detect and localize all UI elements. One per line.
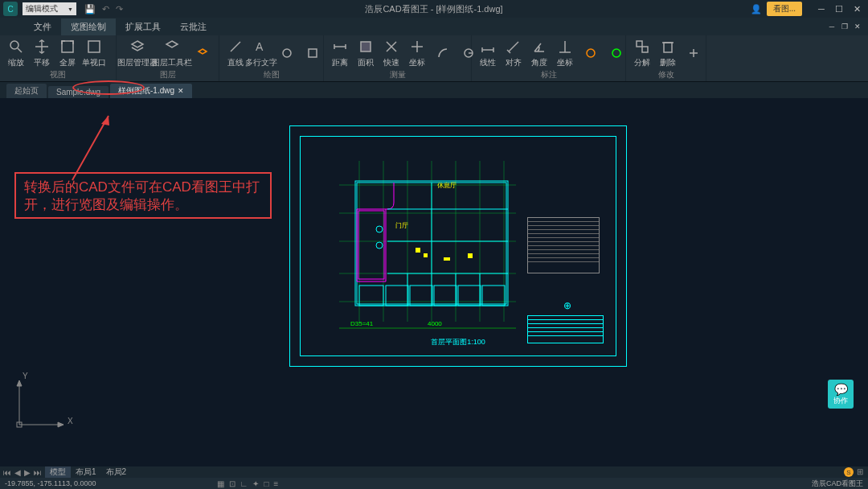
status-icon[interactable]: ⊞: [857, 467, 863, 477]
lineweight-toggle-icon[interactable]: ≡: [273, 479, 278, 488]
svg-marker-8: [199, 49, 207, 54]
title-bar: C 编辑模式 💾 ↶ ↷ 浩辰CAD看图王 - [样例图纸-1.dwg] 👤 看…: [0, 0, 868, 18]
svg-point-0: [10, 41, 18, 49]
layout-tabs: ⏮ ◀ ▶ ⏭ 模型 布局1 布局2 S ⊞: [0, 466, 868, 478]
angle-dim-tool[interactable]: 角度: [528, 38, 551, 68]
svg-rect-86: [444, 257, 450, 261]
user-icon[interactable]: 👤: [751, 4, 762, 14]
drawing-border: 休息厅 门厅 4000 D35=41 首层平面图1:100 ⊕: [289, 125, 627, 367]
mode-dropdown[interactable]: 编辑模式: [23, 2, 76, 15]
svg-line-36: [72, 116, 108, 180]
minimize-icon[interactable]: ─: [813, 2, 829, 15]
pan-tool[interactable]: 平移: [31, 38, 53, 68]
draw-extra-2[interactable]: [301, 44, 324, 62]
osnap-toggle-icon[interactable]: □: [264, 479, 268, 488]
room-label-rest: 休息厅: [437, 181, 457, 190]
svg-point-28: [587, 49, 595, 57]
svg-rect-81: [434, 286, 457, 306]
view-mode-button[interactable]: 看图...: [767, 2, 802, 16]
tab-close-icon[interactable]: ✕: [178, 87, 184, 95]
line-tool[interactable]: 直线: [224, 38, 247, 68]
north-arrow-icon: ⊕: [563, 300, 571, 311]
dim-extra-1[interactable]: [579, 44, 602, 62]
doc-minimize-icon[interactable]: ─: [826, 23, 837, 31]
layout2-tab[interactable]: 布局2: [101, 466, 132, 478]
layer-toolbar-tool[interactable]: 图层工具栏: [157, 38, 189, 68]
doctab-sample[interactable]: Sample.dwg: [48, 86, 108, 98]
svg-marker-6: [132, 41, 143, 47]
svg-marker-7: [166, 41, 178, 47]
tab-ext-tools[interactable]: 扩展工具: [116, 18, 170, 35]
linear-dim-tool[interactable]: 线性: [477, 38, 499, 68]
mtext-tool[interactable]: A多行文字: [250, 38, 272, 68]
coord-dim-tool[interactable]: 坐标: [554, 38, 576, 68]
svg-line-9: [231, 42, 240, 51]
dim-label: 4000: [428, 320, 442, 327]
layer-manager-tool[interactable]: 图层管理器: [121, 38, 154, 68]
aligned-dim-tool[interactable]: 对齐: [502, 38, 525, 68]
doctab-example[interactable]: 样例图纸-1.dwg✕: [110, 84, 192, 98]
draw-extra-1[interactable]: [276, 44, 298, 62]
coord-measure-tool[interactable]: 坐标: [406, 38, 428, 68]
maximize-icon[interactable]: ☐: [831, 2, 847, 15]
measure-extra-1[interactable]: [432, 44, 454, 62]
polar-toggle-icon[interactable]: ✦: [252, 479, 259, 488]
area-tool[interactable]: 面积: [354, 38, 377, 68]
ortho-toggle-icon[interactable]: ∟: [240, 479, 248, 488]
plan-title: 首层平面图1:100: [431, 337, 485, 347]
modify-extra[interactable]: [682, 44, 705, 62]
doc-close-icon[interactable]: ✕: [852, 23, 863, 31]
close-icon[interactable]: ✕: [849, 2, 865, 15]
explode-tool[interactable]: 分解: [631, 38, 653, 68]
status-bar: -19.7855, -175.1113, 0.0000 ▦ ⊡ ∟ ✦ □ ≡ …: [0, 478, 868, 489]
svg-rect-4: [62, 41, 73, 52]
floor-plan: [339, 161, 516, 330]
distance-tool[interactable]: 距离: [329, 38, 351, 68]
collaborate-widget[interactable]: 💬 协作: [828, 380, 854, 409]
svg-rect-78: [359, 286, 383, 306]
sync-icon[interactable]: S: [844, 467, 854, 477]
prev-layout-icon[interactable]: ◀: [14, 468, 21, 477]
ribbon: 缩放 平移 全屏 单视口 视图 图层管理器 图层工具栏 图层 直线 A多行文字 …: [0, 35, 868, 82]
model-tab[interactable]: 模型: [45, 466, 71, 478]
tab-file[interactable]: 文件: [24, 18, 61, 35]
svg-rect-82: [458, 286, 481, 306]
document-tabs: 起始页 Sample.dwg 样例图纸-1.dwg✕: [0, 82, 868, 98]
svg-point-11: [283, 49, 291, 57]
schedule-table: [527, 217, 600, 273]
zoom-tool[interactable]: 缩放: [5, 38, 27, 68]
snap-toggle-icon[interactable]: ⊡: [229, 479, 235, 488]
redo-icon[interactable]: ↷: [116, 4, 123, 14]
svg-rect-83: [482, 286, 505, 306]
svg-rect-84: [416, 248, 420, 253]
delete-tool[interactable]: 删除: [657, 38, 679, 68]
layer-extra-tool[interactable]: [191, 44, 214, 62]
ribbon-tabs: 文件 览图绘制 扩展工具 云批注 ─ ❐ ✕: [0, 18, 868, 35]
svg-marker-91: [17, 380, 22, 386]
doc-restore-icon[interactable]: ❐: [839, 23, 850, 31]
quick-tool[interactable]: 快速: [380, 38, 403, 68]
viewport-tool[interactable]: 单视口: [82, 38, 106, 68]
tab-view-draw[interactable]: 览图绘制: [61, 18, 116, 35]
svg-rect-31: [642, 47, 648, 52]
layout1-tab[interactable]: 布局1: [71, 466, 101, 478]
svg-rect-80: [410, 286, 432, 306]
svg-point-88: [376, 226, 383, 232]
tab-cloud[interactable]: 云批注: [170, 18, 216, 35]
next-layout-icon[interactable]: ▶: [24, 468, 31, 477]
doctab-start[interactable]: 起始页: [6, 84, 47, 98]
svg-rect-32: [664, 43, 672, 52]
save-icon[interactable]: 💾: [84, 4, 96, 14]
first-layout-icon[interactable]: ⏮: [3, 468, 11, 477]
app-logo: C: [3, 2, 18, 16]
fullscreen-tool[interactable]: 全屏: [56, 38, 79, 68]
grid-label: D35=41: [350, 320, 373, 327]
undo-icon[interactable]: ↶: [102, 4, 109, 14]
window-title: 浩辰CAD看图王 - [样例图纸-1.dwg]: [365, 3, 502, 15]
group-view-label: 视图: [0, 69, 116, 81]
grid-toggle-icon[interactable]: ▦: [217, 479, 224, 488]
drawing-canvas[interactable]: 转换后的CAD文件可在CAD看图王中打开，进行览图及编辑操作。: [0, 98, 868, 466]
group-measure-label: 测量: [324, 69, 471, 81]
dim-extra-2[interactable]: [605, 44, 628, 62]
last-layout-icon[interactable]: ⏭: [34, 468, 42, 477]
